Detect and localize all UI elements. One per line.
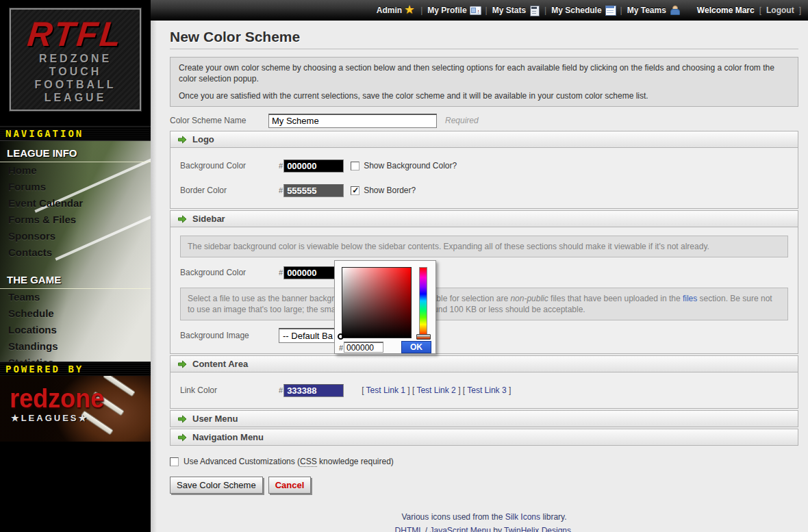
advanced-label-text: Use Advanced Customizations ( xyxy=(184,457,300,466)
sidebar-item-event-calendar[interactable]: Event Calendar xyxy=(0,195,151,212)
calendar-icon xyxy=(605,5,616,16)
intro-infobox: Create your own color scheme by choosing… xyxy=(170,57,798,107)
section-sidebar: Sidebar The sidebar background color is … xyxy=(170,210,798,354)
menu-my-stats-label: My Stats xyxy=(492,5,526,15)
logo-bg-color-label: Background Color xyxy=(180,161,279,170)
section-user-menu-title: User Menu xyxy=(192,414,238,424)
section-content-area-title: Content Area xyxy=(192,359,248,369)
section-sidebar-title: Sidebar xyxy=(192,214,225,224)
picker-hex-input[interactable] xyxy=(344,342,383,353)
show-bg-color-label: Show Background Color? xyxy=(364,161,457,170)
footer-credits-icons: Various icons used from the Silk Icons l… xyxy=(170,512,798,522)
logo-bg-color-input[interactable] xyxy=(283,160,344,173)
test-link-1[interactable]: Test Link 1 xyxy=(366,385,405,395)
league-logo-line: FOOTBALL xyxy=(11,78,140,91)
sidebar-bg-color-label: Background Color xyxy=(180,268,279,277)
logo-border-color-label: Border Color xyxy=(180,186,279,195)
section-sidebar-header[interactable]: Sidebar xyxy=(170,210,798,227)
hash-prefix: # xyxy=(279,186,283,194)
menu-my-profile-label: My Profile xyxy=(427,5,466,15)
advanced-customizations-row: Use Advanced Customizations (CSS knowled… xyxy=(170,457,798,466)
menu-my-schedule-label: My Schedule xyxy=(551,5,601,15)
scheme-name-label: Color Scheme Name xyxy=(170,116,268,125)
files-link[interactable]: files xyxy=(683,294,697,303)
hash-prefix: # xyxy=(279,162,283,170)
league-logo-line: REDZONE xyxy=(11,52,140,65)
sidebar-item-forms-files[interactable]: Forms & Files xyxy=(0,212,151,228)
scheme-name-input[interactable] xyxy=(268,114,437,128)
section-user-menu-header[interactable]: User Menu xyxy=(170,410,798,427)
advanced-customizations-checkbox[interactable] xyxy=(170,457,179,466)
hash-prefix: # xyxy=(339,344,343,352)
sidebar-item-home[interactable]: Home xyxy=(0,162,151,179)
link-color-input[interactable] xyxy=(283,384,344,397)
section-navigation-menu-header[interactable]: Navigation Menu xyxy=(170,429,798,446)
section-logo-header[interactable]: Logo xyxy=(170,131,798,148)
hue-slider[interactable] xyxy=(419,267,427,338)
silk-icons-link[interactable]: Silk Icons xyxy=(505,512,540,522)
footer-text: / xyxy=(422,526,429,532)
menu-admin[interactable]: Admin xyxy=(377,5,416,16)
javascript-menu-link[interactable]: JavaScript Menu xyxy=(430,526,491,532)
league-logo-line: LEAGUE xyxy=(11,91,140,104)
menu-my-profile[interactable]: My Profile xyxy=(427,5,480,16)
banner-note-emphasis: non-public xyxy=(510,294,548,303)
save-color-scheme-button[interactable]: Save Color Scheme xyxy=(170,477,263,494)
hash-prefix: # xyxy=(279,268,283,277)
main-content: New Color Scheme Create your own color s… xyxy=(151,21,808,532)
sidebar-item-schedule[interactable]: Schedule xyxy=(0,305,151,322)
link-color-label: Link Color xyxy=(180,385,279,395)
title-divider xyxy=(170,49,798,49)
sidebar-bg-color-row: Background Color # xyxy=(180,263,788,282)
welcome-text: Welcome Marc xyxy=(697,5,755,15)
menu-separator: | xyxy=(620,5,622,15)
menu-my-schedule[interactable]: My Schedule xyxy=(551,5,615,16)
menu-separator: | xyxy=(544,5,546,15)
section-logo: Logo Background Color # Show Background … xyxy=(170,131,798,209)
section-content-area-header[interactable]: Content Area xyxy=(170,355,798,372)
link-color-row: Link Color # [ Test Link 1 ] [ Test Link… xyxy=(180,381,788,400)
intro-paragraph-2: Once you are satisfied with the current … xyxy=(179,90,790,101)
sidebar-item-contacts[interactable]: Contacts xyxy=(0,244,151,261)
menu-my-stats[interactable]: My Stats xyxy=(492,5,540,16)
green-arrow-icon xyxy=(177,414,187,424)
sidebar-item-standings[interactable]: Standings xyxy=(0,338,151,355)
bracket: ] xyxy=(507,385,512,395)
green-arrow-icon xyxy=(177,214,187,224)
sidebar-bg-image-label: Background Image xyxy=(180,331,279,340)
sidebar-item-sponsors[interactable]: Sponsors xyxy=(0,228,151,244)
sidebar-item-forums[interactable]: Forums xyxy=(0,179,151,195)
sidebar-item-locations[interactable]: Locations xyxy=(0,322,151,338)
saturation-value-square[interactable] xyxy=(342,267,412,338)
show-border-label: Show Border? xyxy=(364,186,416,195)
hash-prefix: # xyxy=(279,386,283,394)
section-logo-body: Background Color # Show Background Color… xyxy=(170,148,798,209)
picker-ok-button[interactable]: OK xyxy=(401,341,431,353)
twinhelix-designs-link[interactable]: TwinHelix Designs xyxy=(504,526,571,532)
show-bg-color-checkbox[interactable] xyxy=(351,162,359,170)
bracket: ] xyxy=(405,385,410,395)
menu-admin-label: Admin xyxy=(377,5,402,15)
league-logo-line: TOUCH xyxy=(11,65,140,78)
sidebar-bg-note: The sidebar background color is viewable… xyxy=(180,236,788,257)
sidebar-item-teams[interactable]: Teams xyxy=(0,289,151,305)
section-content-area-body: Link Color # [ Test Link 1 ] [ Test Link… xyxy=(170,372,798,409)
hue-slider-handle[interactable] xyxy=(416,334,431,340)
dhtml-link[interactable]: DHTML xyxy=(395,526,423,532)
section-sidebar-body: The sidebar background color is viewable… xyxy=(170,227,798,354)
top-admin-bar: Admin | My Profile | My Stats | My Sched… xyxy=(151,0,808,21)
logout-bracket: ] xyxy=(799,5,801,15)
logo-border-color-input[interactable] xyxy=(283,184,344,197)
logout-link[interactable]: Logout xyxy=(766,5,794,15)
section-user-menu: User Menu xyxy=(170,410,798,427)
color-cursor-icon[interactable] xyxy=(338,333,344,340)
test-link-2[interactable]: Test Link 2 xyxy=(416,385,455,395)
logout-bracket: [ xyxy=(759,5,761,15)
calculator-icon xyxy=(529,5,540,16)
cancel-button[interactable]: Cancel xyxy=(268,477,312,494)
sidebar-item-statistics[interactable]: Statistics xyxy=(0,355,151,362)
test-link-3[interactable]: Test Link 3 xyxy=(467,385,506,395)
menu-my-teams[interactable]: My Teams xyxy=(627,5,680,16)
show-border-checkbox[interactable] xyxy=(351,186,359,195)
advanced-label-text: knowledge required) xyxy=(317,457,394,466)
